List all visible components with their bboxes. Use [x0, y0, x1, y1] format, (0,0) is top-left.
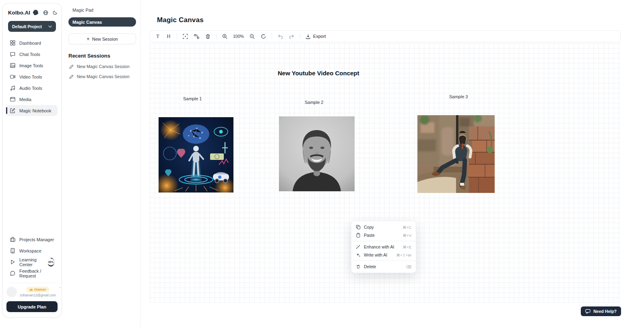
canvas-text-title[interactable]: New Youtube Video Concept	[278, 70, 359, 77]
undo-icon[interactable]	[277, 33, 283, 39]
connector-nodes-icon[interactable]	[194, 33, 200, 39]
pencil-icon	[69, 75, 74, 79]
context-menu-divider	[351, 241, 416, 241]
sidebar-nav: Dashboard Chat Tools Image Tools Video T…	[6, 37, 58, 116]
sidebar-item-video-tools[interactable]: Video Tools	[6, 71, 58, 82]
redo-icon[interactable]	[289, 33, 295, 39]
video-icon	[10, 74, 16, 80]
heading-tool-button[interactable]: H	[166, 33, 171, 39]
learning-progress-value: 66%	[47, 259, 54, 265]
brain-logo-icon	[32, 9, 39, 16]
dashboard-icon	[10, 40, 16, 46]
reset-view-icon[interactable]	[260, 33, 266, 39]
crown-icon	[29, 288, 33, 291]
feedback-bubble-icon	[10, 270, 16, 276]
trash-icon[interactable]	[205, 33, 211, 39]
canvas-image-ruins[interactable]	[417, 115, 495, 193]
sidebar-item-workspace[interactable]: Workspace	[6, 245, 58, 256]
sidebar-item-feedback-request[interactable]: Feedback / Request	[6, 268, 58, 279]
download-icon	[305, 34, 311, 39]
paste-icon	[356, 233, 361, 238]
user-menu-caret-icon: ⌃	[59, 287, 62, 290]
session-item[interactable]: New Magic Canvas Session	[68, 74, 136, 79]
zoom-in-icon[interactable]	[222, 33, 228, 39]
context-menu-paste[interactable]: Paste ⌘+V	[351, 231, 416, 239]
panel-divider	[140, 0, 140, 327]
new-session-button[interactable]: + New Session	[68, 33, 136, 44]
sidebar: Kolbo.AI Default Project Dashboard Chat …	[2, 3, 62, 317]
text-tool-button[interactable]: T	[155, 33, 161, 39]
magic-canvas-grid[interactable]: New Youtube Video Concept Sample 1 Sampl…	[150, 43, 621, 303]
sidebar-item-learning-center[interactable]: Learning Center 66%	[6, 257, 58, 267]
project-selector-label: Default Project	[12, 24, 42, 29]
page-title: Magic Canvas	[157, 16, 204, 24]
music-note-icon	[10, 85, 16, 91]
context-menu-copy[interactable]: Copy ⌘+C	[351, 223, 416, 231]
play-icon	[10, 259, 16, 265]
pencil-icon	[69, 64, 74, 69]
chevron-down-icon	[48, 25, 52, 28]
trash-icon	[356, 264, 361, 269]
export-button[interactable]: Export	[305, 34, 326, 39]
zoom-out-icon[interactable]	[249, 33, 255, 39]
owner-badge: Owner	[26, 287, 50, 292]
panel-item-magic-canvas[interactable]: Magic Canvas	[68, 17, 136, 27]
user-account[interactable]: Owner zoharvan12@gmail.com ⌃	[6, 283, 58, 297]
canvas-text-sample-3[interactable]: Sample 3	[449, 94, 468, 99]
image-icon	[10, 62, 16, 68]
need-help-button[interactable]: Need Help?	[581, 306, 621, 316]
media-icon	[10, 96, 16, 102]
upgrade-plan-button[interactable]: Upgrade Plan	[6, 301, 58, 312]
sidebar-item-audio-tools[interactable]: Audio Tools	[6, 83, 58, 93]
sidebar-item-media[interactable]: Media	[6, 94, 58, 105]
context-menu-delete[interactable]: Delete ⌫	[351, 263, 416, 271]
canvas-text-sample-1[interactable]: Sample 1	[183, 96, 202, 101]
magic-wand-icon	[356, 244, 361, 249]
zoom-level: 100%	[233, 34, 244, 39]
help-chat-icon	[585, 309, 590, 314]
canvas-image-portrait[interactable]	[279, 116, 355, 191]
dark-mode-moon-icon[interactable]	[53, 10, 58, 15]
chat-icon	[10, 51, 16, 57]
user-email: zoharvan12@gmail.com	[20, 293, 56, 297]
sidebar-item-magic-notebook[interactable]: Magic Notebook	[6, 105, 58, 116]
learning-progress-ring: 66%	[47, 258, 54, 267]
tool-panel: Magic Pad Magic Canvas + New Session Rec…	[64, 0, 140, 327]
sidebar-item-projects-manager[interactable]: Projects Manager	[6, 234, 58, 245]
avatar	[6, 287, 17, 297]
panel-item-magic-pad[interactable]: Magic Pad	[68, 6, 136, 14]
plus-icon: +	[87, 36, 90, 42]
context-menu-enhance-with-ai[interactable]: Enhance with AI ⌘+E	[351, 243, 416, 251]
select-area-icon[interactable]	[182, 33, 188, 39]
context-menu: Copy ⌘+C Paste ⌘+V Enhance with AI ⌘+E W…	[351, 221, 416, 273]
canvas-toolbar: T H 100% Export	[150, 30, 621, 42]
copy-icon	[356, 225, 361, 230]
sidebar-item-image-tools[interactable]: Image Tools	[6, 60, 58, 71]
sidebar-bottom-nav: Projects Manager Workspace Learning Cent…	[6, 234, 58, 279]
context-menu-divider	[351, 261, 416, 261]
project-selector[interactable]: Default Project	[8, 21, 56, 32]
canvas-text-sample-2[interactable]: Sample 2	[305, 100, 323, 105]
canvas-image-ai-robot[interactable]	[159, 117, 233, 192]
sidebar-item-dashboard[interactable]: Dashboard	[6, 37, 58, 48]
building-icon	[10, 248, 16, 254]
notebook-pencil-icon	[10, 108, 16, 114]
briefcase-icon	[10, 236, 16, 242]
recent-sessions-heading: Recent Sessions	[68, 53, 136, 59]
session-item[interactable]: New Magic Canvas Session	[68, 64, 136, 69]
context-menu-write-with-ai[interactable]: Write with AI ⌘+⇧+W	[351, 251, 416, 259]
sparkles-icon	[356, 252, 361, 257]
language-globe-icon[interactable]	[43, 10, 48, 15]
sidebar-header: Kolbo.AI	[6, 9, 58, 16]
sidebar-item-chat-tools[interactable]: Chat Tools	[6, 49, 58, 60]
app-logo: Kolbo.AI	[8, 10, 30, 16]
